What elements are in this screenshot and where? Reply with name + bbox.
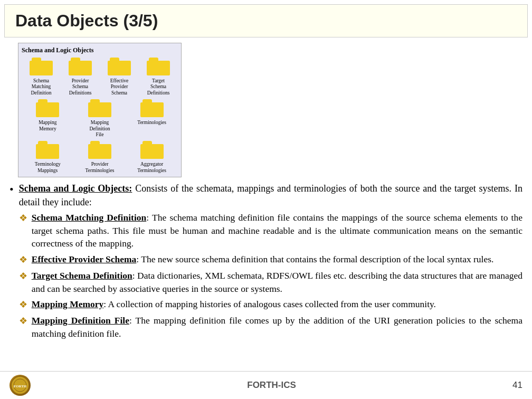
diagram-row3: TerminologyMappings ProviderTerminologie…: [22, 141, 178, 174]
footer-page: 41: [512, 380, 522, 391]
diamond-icon-5: ❖: [19, 315, 27, 328]
svg-text:FORTH: FORTH: [14, 384, 27, 388]
sub-text-effective-provider: Effective Provider Schema: The new sourc…: [32, 253, 522, 266]
sub-text-target-schema: Target Schema Definition: Data dictionar…: [32, 269, 522, 295]
folder-target-schema-defs: TargetSchemaDefinitions: [140, 58, 176, 96]
folder-mapping-memory: MappingMemory: [30, 99, 65, 138]
main-text-block: Schema and Logic Objects: Consists of th…: [19, 182, 522, 343]
main-bullet-dot: •: [10, 183, 14, 196]
diagram-row2: MappingMemory MappingDefinitionFile Term…: [22, 99, 178, 138]
footer: FORTH FORTH-ICS 41: [0, 371, 532, 399]
sub-text-mapping-def-file: Mapping Definition File: The mapping def…: [32, 314, 522, 340]
diamond-icon-3: ❖: [19, 270, 27, 283]
folder-terminology-mappings: TerminologyMappings: [30, 141, 65, 174]
main-bullet-label: Schema and Logic Objects: Consists of th…: [19, 183, 522, 207]
folder-aggregator-terminologies: AggregatorTerminologies: [134, 141, 170, 174]
diagram-float: Schema and Logic Objects SchemaMatchingD…: [18, 43, 182, 177]
slide-title: Data Objects (3/5): [15, 11, 158, 30]
sub-bullet-target-schema: ❖ Target Schema Definition: Data diction…: [19, 269, 522, 295]
schema-logic-label: Schema and Logic Objects:: [19, 183, 132, 194]
slide-container: Data Objects (3/5) Schema and Logic Obje…: [0, 0, 532, 399]
folder-schema-matching: SchemaMatchingDefinition: [23, 58, 59, 96]
sub-bullets: ❖ Schema Matching Definition: The schema…: [19, 211, 522, 340]
footer-org: FORTH-ICS: [247, 380, 296, 391]
sub-text-schema-matching: Schema Matching Definition: The schema m…: [32, 211, 522, 250]
diagram-title: Schema and Logic Objects: [22, 46, 178, 54]
diamond-icon-1: ❖: [19, 212, 27, 225]
folder-effective-provider: EffectiveProviderSchema: [101, 58, 137, 96]
folder-terminologies: Terminologies: [134, 99, 170, 138]
sub-bullet-schema-matching: ❖ Schema Matching Definition: The schema…: [19, 211, 522, 250]
sub-bullet-mapping-memory: ❖ Mapping Memory: A collection of mappin…: [19, 298, 522, 311]
folder-provider-schema-defs: ProviderSchemaDefinitions: [62, 58, 98, 96]
forth-logo: FORTH: [10, 375, 31, 396]
diamond-icon-2: ❖: [19, 253, 27, 267]
diagram-row1: SchemaMatchingDefinition ProviderSchemaD…: [22, 58, 178, 96]
title-bar: Data Objects (3/5): [4, 4, 528, 37]
main-bullet: • Schema and Logic Objects: Consists of …: [10, 182, 522, 343]
sub-text-mapping-memory: Mapping Memory: A collection of mapping …: [32, 298, 522, 311]
folder-mapping-def-file: MappingDefinitionFile: [82, 99, 118, 138]
diamond-icon-4: ❖: [19, 298, 27, 311]
folder-provider-terminologies: ProviderTerminologies: [82, 141, 118, 174]
sub-bullet-effective-provider: ❖ Effective Provider Schema: The new sou…: [19, 253, 522, 267]
content-area: Schema and Logic Objects SchemaMatchingD…: [0, 37, 532, 371]
sub-bullet-mapping-def-file: ❖ Mapping Definition File: The mapping d…: [19, 314, 522, 340]
